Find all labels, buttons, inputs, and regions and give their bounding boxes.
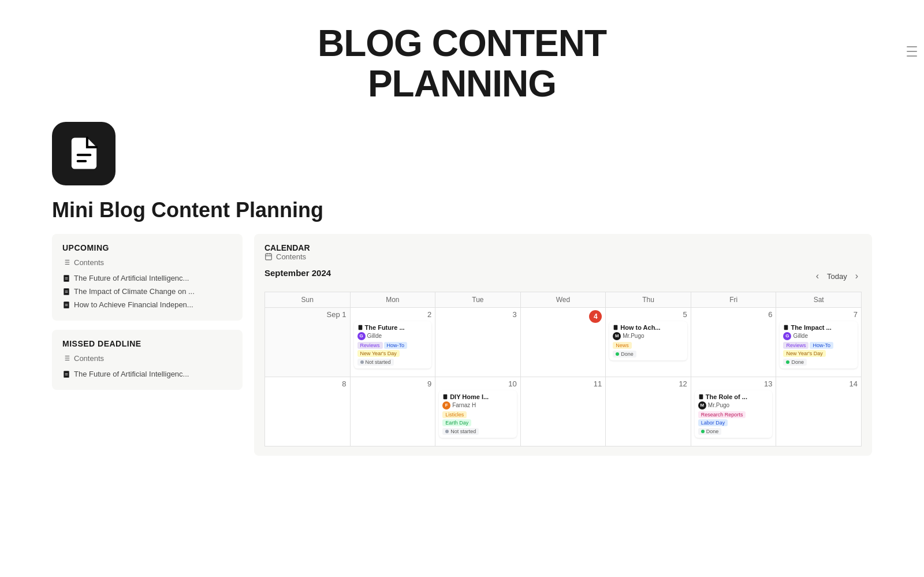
tag-howto: How-To bbox=[810, 342, 833, 349]
tag-holiday: New Year's Day bbox=[357, 350, 400, 357]
calendar-prev-button[interactable]: ‹ bbox=[813, 270, 822, 282]
cal-date: 3 bbox=[439, 310, 517, 319]
svg-rect-21 bbox=[64, 371, 69, 378]
status-dot bbox=[616, 352, 619, 356]
main-content: UPCOMING Contents The Future of Artifici… bbox=[0, 234, 924, 577]
cal-header-wed: Wed bbox=[521, 292, 606, 308]
tag-listicles: Listicles bbox=[442, 411, 467, 418]
page-item-icon bbox=[62, 274, 70, 282]
upcoming-meta: Contents bbox=[62, 258, 232, 267]
cal-cell-sep10: 10 DIY Home I... F Farnaz H Lis bbox=[435, 377, 521, 446]
tag-holiday: New Year's Day bbox=[783, 350, 825, 357]
tag-holiday: Earth Day bbox=[442, 419, 471, 426]
cal-date: 14 bbox=[780, 379, 858, 388]
status-dot bbox=[360, 360, 364, 364]
status-badge: Done bbox=[698, 428, 722, 435]
calendar-meta: Contents bbox=[264, 252, 862, 261]
cal-event-title: The Role of ... bbox=[698, 393, 769, 400]
cal-event-holiday: Earth Day bbox=[442, 419, 513, 426]
cal-event[interactable]: DIY Home I... F Farnaz H Listicles Earth… bbox=[439, 390, 517, 438]
cal-date: 7 bbox=[780, 310, 858, 319]
document-icon bbox=[65, 135, 103, 172]
calendar-section: CALENDAR Contents September 2024 ‹ Today… bbox=[254, 234, 872, 456]
cal-date: 12 bbox=[609, 379, 687, 388]
event-page-icon bbox=[783, 325, 789, 330]
cal-date: 10 bbox=[439, 379, 517, 388]
page-item-icon bbox=[62, 301, 70, 309]
scrollbar-hints bbox=[907, 46, 917, 57]
cal-event-title: The Impact ... bbox=[783, 324, 854, 331]
calendar-grid: Sun Mon Tue Wed Thu Fri Sat Sep 1 2 bbox=[264, 292, 862, 446]
calendar-month: September 2024 bbox=[264, 268, 331, 278]
cal-date: 2 bbox=[354, 310, 432, 319]
event-page-icon bbox=[698, 394, 704, 400]
cal-event[interactable]: The Future ... G Gillde Reviews How-To bbox=[354, 321, 432, 368]
cal-cell-sep2: 2 The Future ... G Gillde Revie bbox=[351, 308, 436, 377]
cal-event-tags: Listicles bbox=[442, 411, 513, 418]
cal-event[interactable]: How to Ach... M Mr.Pugo News bbox=[609, 321, 687, 360]
svg-rect-32 bbox=[699, 394, 703, 399]
avatar: G bbox=[783, 332, 791, 340]
calendar-header-row: September 2024 ‹ Today › bbox=[264, 268, 862, 285]
page-subtitle: Mini Blog Content Planning bbox=[0, 191, 924, 234]
cal-header-fri: Fri bbox=[691, 292, 777, 308]
page-item-icon bbox=[62, 370, 70, 378]
cal-event[interactable]: The Impact ... G Gillde Reviews How-To bbox=[780, 321, 858, 368]
svg-rect-6 bbox=[64, 275, 69, 282]
calendar-today-button[interactable]: Today bbox=[827, 272, 847, 281]
cal-cell-sep3: 3 bbox=[435, 308, 521, 377]
avatar: M bbox=[613, 332, 621, 340]
cal-event[interactable]: The Role of ... M Mr.Pugo Research Repor… bbox=[695, 390, 773, 438]
icon-area bbox=[0, 116, 924, 191]
cal-cell-sep6: 6 bbox=[691, 308, 777, 377]
cal-cell-sep4: 4 bbox=[521, 308, 606, 377]
right-panel: CALENDAR Contents September 2024 ‹ Today… bbox=[254, 234, 872, 577]
missed-deadline-meta: Contents bbox=[62, 354, 232, 363]
cal-event-title: The Future ... bbox=[357, 324, 429, 331]
cal-date: Sep 1 bbox=[269, 310, 346, 319]
calendar-title: CALENDAR bbox=[264, 243, 862, 252]
cal-event-tags: Reviews How-To bbox=[783, 342, 854, 349]
cal-header-thu: Thu bbox=[606, 292, 691, 308]
cal-header-sun: Sun bbox=[265, 292, 351, 308]
cal-event-holiday: New Year's Day bbox=[357, 350, 429, 357]
cal-cell-sep14: 14 bbox=[776, 377, 862, 446]
cal-date: 8 bbox=[269, 379, 346, 388]
cal-event-holiday: Labor Day bbox=[698, 419, 769, 426]
cal-event-author: G Gillde bbox=[783, 332, 854, 340]
cal-event-holiday: New Year's Day bbox=[783, 350, 854, 357]
cal-cell-sep13: 13 The Role of ... M Mr.Pugo Re bbox=[691, 377, 777, 446]
svg-rect-30 bbox=[784, 325, 788, 330]
list-icon bbox=[62, 258, 70, 266]
today-date: 4 bbox=[589, 310, 602, 323]
list-icon bbox=[62, 354, 70, 362]
status-dot bbox=[445, 430, 449, 433]
cal-header-mon: Mon bbox=[351, 292, 436, 308]
svg-rect-28 bbox=[358, 325, 362, 330]
cal-header-tue: Tue bbox=[435, 292, 521, 308]
svg-rect-9 bbox=[64, 288, 69, 295]
tag-news: News bbox=[613, 342, 632, 349]
list-item: The Future of Artificial Intelligenc... bbox=[62, 367, 232, 381]
list-item: The Impact of Climate Change on ... bbox=[62, 285, 232, 298]
list-item: The Future of Artificial Intelligenc... bbox=[62, 271, 232, 285]
status-badge: Done bbox=[613, 351, 636, 358]
status-badge: Done bbox=[783, 359, 807, 366]
calendar-next-button[interactable]: › bbox=[852, 270, 862, 282]
cal-event-title: DIY Home I... bbox=[442, 393, 513, 400]
avatar: G bbox=[357, 332, 366, 340]
cal-cell-sep8: 8 bbox=[265, 377, 351, 446]
tag-holiday: Labor Day bbox=[698, 419, 728, 426]
app-icon bbox=[52, 122, 116, 185]
cal-event-author: M Mr.Pugo bbox=[613, 332, 684, 340]
svg-rect-29 bbox=[614, 325, 618, 330]
calendar-nav[interactable]: ‹ Today › bbox=[813, 270, 862, 282]
tag-reviews: Reviews bbox=[357, 342, 383, 349]
cal-event-tags: News bbox=[613, 342, 684, 349]
cal-cell-sep7: 7 The Impact ... G Gillde Revie bbox=[776, 308, 862, 377]
cal-date: 13 bbox=[695, 379, 773, 388]
cal-header-sat: Sat bbox=[776, 292, 862, 308]
tag-reviews: Reviews bbox=[783, 342, 808, 349]
avatar: F bbox=[442, 401, 450, 410]
event-page-icon bbox=[357, 325, 363, 330]
